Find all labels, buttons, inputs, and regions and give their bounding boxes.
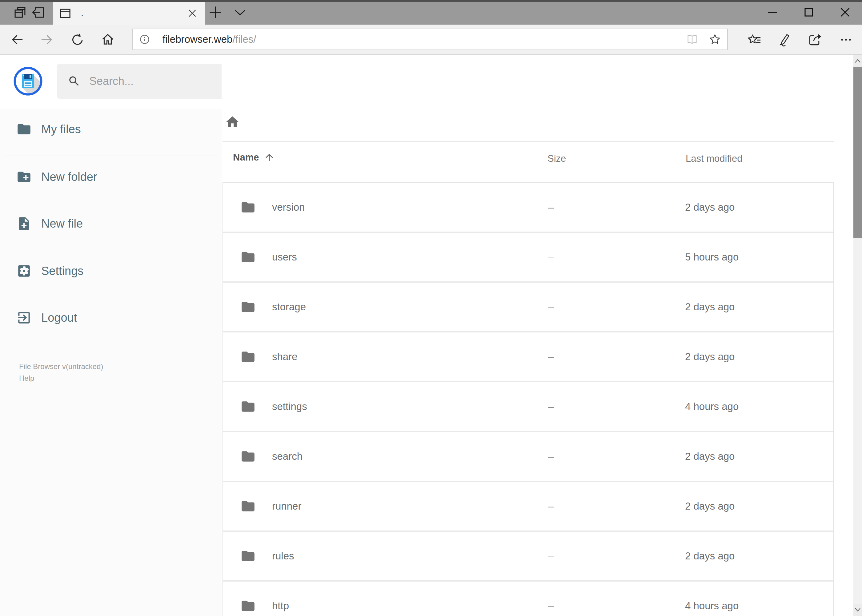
file-modified: 2 days ago xyxy=(683,201,834,213)
back-button[interactable] xyxy=(9,33,24,47)
url-text[interactable]: filebrowser.web/files/ xyxy=(162,33,686,45)
tab-preview-icon[interactable] xyxy=(13,6,27,19)
folder-icon xyxy=(240,598,256,614)
breadcrumb-home-icon[interactable] xyxy=(225,115,240,130)
sort-ascending-arrow-icon xyxy=(264,152,275,163)
file-modified: 4 hours ago xyxy=(683,600,834,612)
column-name-label: Name xyxy=(233,152,259,163)
settings-gear-icon xyxy=(16,263,32,279)
chevron-up-icon xyxy=(855,59,861,63)
file-row-runner[interactable]: runner – 2 days ago xyxy=(223,482,834,532)
browser-window: . filebrowser.web/files/ xyxy=(0,0,862,616)
help-link[interactable]: Help xyxy=(19,372,103,384)
site-info-icon[interactable] xyxy=(139,34,150,45)
refresh-button[interactable] xyxy=(71,33,85,47)
file-size: – xyxy=(546,550,683,562)
sidebar-item-label: New folder xyxy=(41,170,97,184)
file-row-share[interactable]: share – 2 days ago xyxy=(223,332,834,382)
app-version-text: File Browser v(untracked) xyxy=(19,361,103,372)
listing-header: Name Size Last modified xyxy=(222,152,834,173)
file-modified: 2 days ago xyxy=(683,451,834,462)
more-options-ellipsis-icon[interactable] xyxy=(839,33,853,47)
chevron-down-icon xyxy=(855,608,861,612)
filebrowser-logo[interactable] xyxy=(13,66,43,96)
share-icon[interactable] xyxy=(808,33,822,47)
scroll-up-button[interactable] xyxy=(853,55,862,67)
file-modified: 4 hours ago xyxy=(683,401,834,412)
sidebar-divider xyxy=(2,247,219,247)
column-header-modified[interactable]: Last modified xyxy=(686,153,742,164)
sidebar-item-label: Settings xyxy=(41,264,84,278)
browser-tab[interactable]: . xyxy=(53,2,205,25)
file-size: – xyxy=(546,301,683,313)
breadcrumb-divider xyxy=(222,141,834,142)
tab-list-dropdown-icon[interactable] xyxy=(233,5,247,20)
scroll-down-button[interactable] xyxy=(853,604,862,616)
sidebar-item-new-file[interactable]: New file xyxy=(0,211,222,237)
vertical-scrollbar[interactable] xyxy=(853,55,862,616)
browser-titlebar: . xyxy=(0,0,862,25)
sidebar-item-label: Logout xyxy=(41,311,77,324)
file-row-storage[interactable]: storage – 2 days ago xyxy=(223,283,834,332)
sidebar-item-my-files[interactable]: My files xyxy=(0,116,222,142)
url-host: filebrowser.web xyxy=(162,33,232,45)
logout-icon xyxy=(16,310,32,325)
sidebar-divider xyxy=(2,156,219,156)
file-size: – xyxy=(546,451,683,462)
reading-view-icon[interactable] xyxy=(686,33,698,46)
window-controls xyxy=(765,5,853,20)
file-name: share xyxy=(272,351,298,363)
file-name: storage xyxy=(272,301,306,313)
file-row-users[interactable]: users – 5 hours ago xyxy=(223,233,834,283)
file-size: – xyxy=(546,351,683,363)
set-tabs-aside-icon[interactable] xyxy=(32,6,45,19)
maximize-button[interactable] xyxy=(801,5,816,20)
sidebar-item-logout[interactable]: Logout xyxy=(0,305,222,331)
urlbar-divider xyxy=(156,33,156,46)
file-size: – xyxy=(546,251,683,263)
browser-navbar: filebrowser.web/files/ xyxy=(0,25,862,55)
forward-button[interactable] xyxy=(40,33,55,47)
new-tab-button[interactable] xyxy=(208,5,223,20)
sidebar-item-settings[interactable]: Settings xyxy=(0,258,222,284)
favorites-hub-icon[interactable] xyxy=(747,33,762,47)
column-header-size[interactable]: Size xyxy=(547,153,566,164)
tab-close-icon[interactable] xyxy=(186,7,198,19)
file-row-http[interactable]: http – 4 hours ago xyxy=(223,581,834,616)
file-name: users xyxy=(272,251,297,263)
file-row-rules[interactable]: rules – 2 days ago xyxy=(223,532,834,581)
file-size: – xyxy=(546,500,683,512)
page-favicon-icon xyxy=(59,7,72,20)
file-name: search xyxy=(272,451,303,462)
scrollbar-thumb[interactable] xyxy=(853,67,862,238)
close-button[interactable] xyxy=(838,5,853,20)
file-listing-pane: Name Size Last modified version – 2 days… xyxy=(222,55,853,616)
file-size: – xyxy=(546,600,683,612)
new-folder-icon xyxy=(16,169,32,184)
file-name: settings xyxy=(272,401,307,412)
tab-title: . xyxy=(81,8,84,19)
file-name: http xyxy=(272,600,289,612)
column-header-name[interactable]: Name xyxy=(233,152,275,163)
address-bar[interactable]: filebrowser.web/files/ xyxy=(132,28,728,50)
folder-icon xyxy=(240,498,256,514)
file-size: – xyxy=(546,201,683,213)
folder-icon xyxy=(240,349,256,365)
file-list: version – 2 days ago users – 5 hours ago… xyxy=(222,182,834,616)
file-row-version[interactable]: version – 2 days ago xyxy=(223,183,834,233)
folder-icon xyxy=(240,399,256,414)
web-note-pen-icon[interactable] xyxy=(777,33,791,47)
folder-icon xyxy=(240,449,256,464)
search-icon xyxy=(68,75,80,88)
file-name: version xyxy=(272,201,305,213)
file-modified: 2 days ago xyxy=(683,550,834,562)
sidebar-item-new-folder[interactable]: New folder xyxy=(0,163,222,190)
file-row-search[interactable]: search – 2 days ago xyxy=(223,432,834,482)
add-favorite-star-icon[interactable] xyxy=(709,33,721,46)
browser-home-button[interactable] xyxy=(101,33,115,47)
file-row-settings[interactable]: settings – 4 hours ago xyxy=(223,382,834,432)
file-modified: 2 days ago xyxy=(683,500,834,512)
file-name: runner xyxy=(272,500,301,512)
minimize-button[interactable] xyxy=(765,5,780,20)
sidebar: My files New folder New file Settings Lo… xyxy=(0,109,222,616)
